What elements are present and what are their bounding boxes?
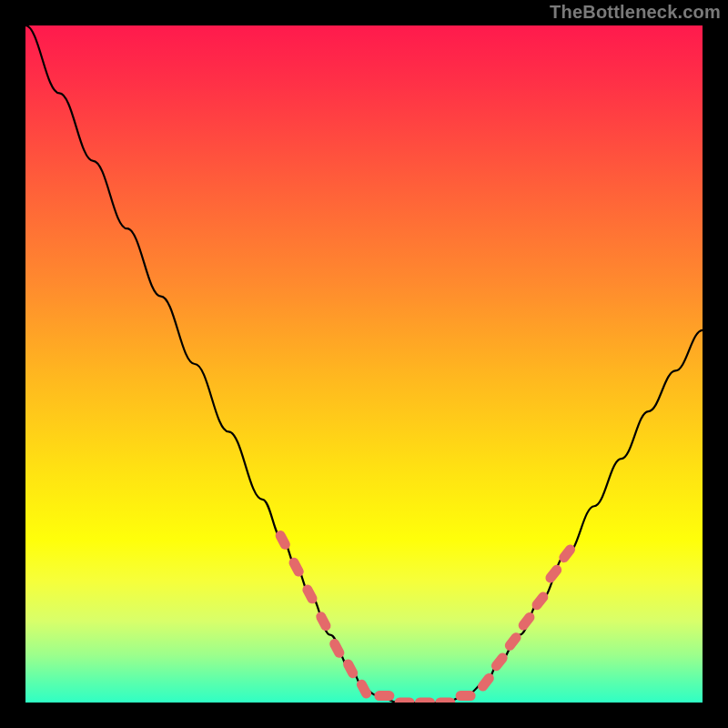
flat-dot-2 bbox=[395, 698, 415, 703]
flat-dot-3 bbox=[415, 698, 435, 703]
right-dot-4 bbox=[516, 611, 536, 632]
left-dot-4 bbox=[314, 610, 332, 632]
bottleneck-curve bbox=[25, 25, 703, 703]
left-dot-5 bbox=[328, 637, 346, 660]
right-dot-6 bbox=[543, 563, 563, 585]
marker-group bbox=[274, 529, 578, 703]
right-dot-1 bbox=[476, 672, 496, 693]
flat-dot-1 bbox=[374, 691, 394, 701]
left-dot-2 bbox=[288, 556, 306, 579]
chart-svg bbox=[25, 25, 703, 703]
flat-dot-4 bbox=[435, 698, 455, 703]
flat-dot-5 bbox=[456, 691, 476, 701]
watermark-text: TheBottleneck.com bbox=[550, 2, 721, 23]
